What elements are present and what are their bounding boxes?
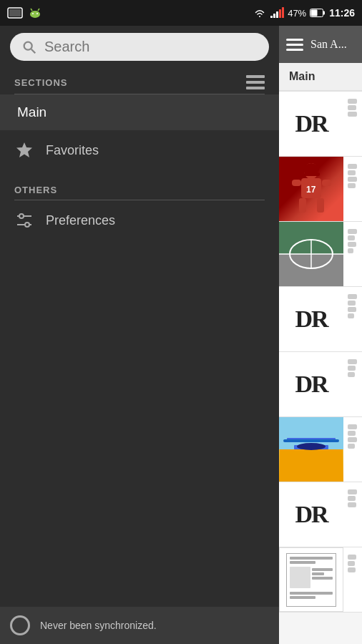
article-snippet: [343, 417, 362, 482]
article-item[interactable]: 17: [279, 157, 362, 222]
svg-point-4: [36, 13, 38, 14]
svg-rect-33: [322, 180, 331, 186]
article-item[interactable]: [279, 417, 362, 482]
search-bar-container: [0, 26, 279, 68]
content-panel: San A... Main DR: [279, 26, 362, 644]
article-item[interactable]: DR: [279, 352, 362, 417]
svg-rect-9: [276, 11, 278, 18]
svg-rect-11: [282, 7, 284, 18]
article-snippet: [343, 222, 362, 286]
svg-text:17: 17: [306, 185, 316, 195]
header-title: San A...: [310, 38, 347, 51]
article-item[interactable]: DR: [279, 482, 362, 547]
article-list[interactable]: DR 17: [279, 92, 362, 644]
bottom-status-bar: Never been synchronized.: [0, 607, 279, 644]
svg-point-24: [25, 223, 29, 227]
svg-rect-44: [283, 439, 339, 442]
article-thumb-dr3: DR: [279, 352, 343, 416]
article-snippet: [343, 352, 362, 416]
tab-bar: Main: [279, 63, 362, 92]
sidebar-item-preferences[interactable]: Preferences: [0, 200, 279, 240]
signal-bars-icon: [270, 7, 284, 19]
svg-rect-10: [279, 9, 281, 18]
svg-rect-40: [280, 449, 343, 481]
sliders-icon: [14, 210, 34, 230]
article-item[interactable]: [279, 547, 362, 613]
search-input[interactable]: [44, 39, 258, 55]
svg-rect-28: [299, 198, 306, 213]
svg-rect-7: [270, 16, 273, 18]
android-icon: [27, 6, 43, 20]
favorites-label: Favorites: [46, 143, 99, 158]
article-snippet: [343, 92, 362, 156]
content-header: San A...: [279, 26, 362, 63]
sync-status-text: Never been synchronized.: [40, 620, 157, 631]
others-section: OTHERS Preferences: [0, 177, 279, 240]
article-item[interactable]: DR: [279, 92, 362, 157]
article-thumb-track: [279, 222, 343, 286]
app-layout: SECTIONS Main Favorites OTHERS: [0, 26, 362, 644]
svg-line-5: [31, 9, 32, 11]
svg-point-2: [30, 11, 40, 18]
svg-rect-8: [273, 14, 275, 18]
article-snippet: [343, 287, 362, 351]
svg-rect-19: [246, 87, 265, 89]
article-thumb-newspaper: [279, 547, 343, 612]
article-thumb-dr4: DR: [279, 482, 343, 547]
svg-line-6: [38, 9, 39, 11]
svg-rect-32: [292, 180, 301, 186]
sections-header: SECTIONS: [0, 68, 279, 94]
svg-rect-14: [311, 10, 318, 16]
preferences-label: Preferences: [46, 213, 115, 228]
svg-point-23: [19, 214, 24, 218]
wifi-icon: [253, 6, 266, 19]
search-icon: [21, 39, 37, 55]
svg-marker-20: [16, 142, 32, 157]
svg-point-43: [297, 443, 326, 450]
article-snippet: [343, 157, 362, 221]
menu-icon[interactable]: [286, 39, 303, 51]
article-thumb-dr2: DR: [279, 287, 343, 351]
svg-rect-29: [317, 198, 324, 213]
sections-label: SECTIONS: [14, 77, 67, 88]
svg-rect-17: [246, 75, 265, 78]
tab-main-label: Main: [289, 70, 315, 83]
article-thumb-airplane: [279, 417, 343, 482]
others-header: OTHERS: [0, 177, 279, 200]
sidebar-item-main[interactable]: Main: [0, 94, 279, 130]
sidebar-item-favorites[interactable]: Favorites: [0, 130, 279, 170]
article-thumb-dr: DR: [279, 92, 343, 156]
main-label: Main: [14, 104, 47, 120]
status-icons-left: [7, 6, 43, 20]
screenshot-icon: [7, 6, 23, 19]
svg-line-16: [31, 49, 36, 53]
svg-rect-31: [304, 172, 320, 176]
svg-rect-1: [9, 9, 21, 16]
svg-point-15: [24, 42, 32, 49]
others-label: OTHERS: [14, 185, 57, 195]
article-snippet: [343, 482, 362, 547]
article-thumb-football: 17: [279, 157, 343, 221]
article-item[interactable]: DR: [279, 287, 362, 352]
time-display: 11:26: [329, 7, 355, 19]
search-bar[interactable]: [10, 33, 269, 61]
battery-text: 47%: [288, 8, 306, 19]
article-snippet: [343, 547, 362, 612]
svg-rect-18: [246, 81, 265, 84]
sync-circle-icon: [10, 615, 30, 635]
sections-menu-icon: [246, 75, 265, 89]
battery-icon: [310, 9, 326, 17]
svg-point-3: [32, 13, 34, 14]
article-item[interactable]: [279, 222, 362, 287]
status-icons-right: 47% 11:26: [253, 6, 355, 19]
sidebar: SECTIONS Main Favorites OTHERS: [0, 26, 279, 644]
star-icon: [14, 140, 34, 160]
status-bar: 47% 11:26: [0, 0, 362, 26]
svg-rect-13: [323, 11, 326, 15]
